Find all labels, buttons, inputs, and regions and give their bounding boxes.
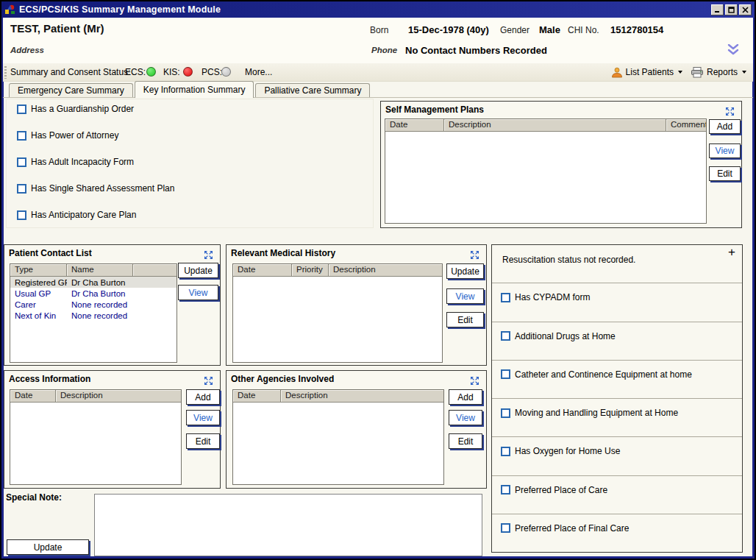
printer-icon: [691, 67, 704, 78]
column-header-date[interactable]: Date: [385, 119, 444, 132]
phone-label: Phone: [371, 46, 397, 54]
column-header-description[interactable]: Description: [56, 390, 181, 403]
other-agencies-panel: Other Agencies Involved Date Description…: [226, 370, 487, 489]
special-note-update-button[interactable]: Update: [7, 539, 89, 555]
pcs-label: PCS:: [202, 67, 222, 77]
guardianship-order-checkbox[interactable]: [17, 104, 26, 114]
self-management-edit-button[interactable]: Edit: [709, 166, 741, 181]
contact-row-next-of-kin[interactable]: Next of Kin None recorded: [10, 310, 176, 321]
adult-incapacity-checkbox[interactable]: [17, 157, 26, 167]
other-agencies-view-button[interactable]: View: [449, 410, 482, 425]
other-agencies-grid[interactable]: Date Description: [232, 389, 444, 485]
panel-title: Patient Contact List: [9, 248, 92, 258]
column-header-date[interactable]: Date: [10, 390, 56, 403]
maximize-button[interactable]: [725, 4, 738, 15]
other-agencies-add-button[interactable]: Add: [449, 389, 482, 405]
access-information-grid[interactable]: Date Description: [10, 389, 182, 485]
guardianship-order-row: Has a Guardianship Order: [17, 104, 134, 114]
column-header-comments[interactable]: Comments: [666, 119, 706, 132]
expand-panel-icon[interactable]: [725, 106, 735, 116]
expand-panel-icon[interactable]: [470, 249, 479, 259]
reports-button[interactable]: Reports: [688, 65, 749, 79]
chi-label: CHI No.: [568, 25, 599, 35]
preferred-place-of-care-section: Preferred Place of Care: [492, 476, 742, 514]
medical-history-update-button[interactable]: Update: [446, 263, 484, 279]
contact-list-grid[interactable]: Type Name Registered GP Dr Cha Burton Us…: [10, 263, 177, 363]
contact-type: Usual GP: [10, 289, 67, 298]
contact-row-registered-gp[interactable]: Registered GP Dr Cha Burton: [10, 277, 176, 288]
person-icon: [611, 67, 623, 78]
self-management-grid[interactable]: Date Description Comments: [385, 118, 707, 224]
expand-panel-icon[interactable]: [470, 375, 479, 385]
contact-name: None recorded: [67, 311, 133, 320]
catheter-continence-row: Catheter and Continence Equipment at hom…: [501, 369, 692, 380]
preferred-place-of-care-checkbox[interactable]: [501, 485, 510, 495]
oxygen-label: Has Oxygen for Home Use: [515, 446, 620, 456]
ecs-status-indicator: [146, 67, 156, 77]
contact-row-carer[interactable]: Carer None recorded: [10, 299, 176, 310]
anticipatory-care-checkbox[interactable]: [17, 210, 26, 220]
power-of-attorney-checkbox[interactable]: [17, 131, 26, 141]
contact-list-view-button[interactable]: View: [178, 285, 218, 300]
access-information-edit-button[interactable]: Edit: [186, 433, 220, 449]
list-patients-button[interactable]: List Patients: [609, 65, 685, 79]
oxygen-section: Has Oxygen for Home Use: [492, 437, 742, 475]
contact-list-update-button[interactable]: Update: [178, 263, 218, 278]
medical-history-grid[interactable]: Date Priority Description: [232, 263, 443, 363]
cypadm-section: Has CYPADM form: [492, 283, 742, 322]
expand-panel-icon[interactable]: [204, 249, 213, 259]
cypadm-checkbox[interactable]: [501, 293, 510, 302]
column-header-description[interactable]: Description: [281, 390, 443, 403]
reports-dropdown-icon: [742, 71, 746, 74]
minimize-button[interactable]: [711, 4, 724, 15]
title-bar[interactable]: ECS/PCS/KIS Summary Management Module: [1, 1, 755, 18]
kis-label: KIS:: [163, 67, 180, 77]
power-of-attorney-row: Has Power of Attorney: [17, 130, 118, 141]
column-header-blank[interactable]: [133, 264, 176, 277]
column-header-date[interactable]: Date: [233, 264, 292, 277]
column-header-description[interactable]: Description: [329, 264, 442, 277]
shared-assessment-checkbox[interactable]: [17, 184, 26, 194]
contact-type: Next of Kin: [10, 311, 67, 320]
more-button[interactable]: More...: [245, 67, 272, 77]
consent-status-label: Summary and Consent Status:: [10, 67, 130, 77]
self-management-view-button[interactable]: View: [709, 143, 741, 158]
medical-history-view-button[interactable]: View: [446, 288, 484, 304]
phone-value: No Contact Numbers Recorded: [405, 45, 547, 56]
patient-contact-list-panel: Patient Contact List Type Name Registere…: [4, 244, 221, 366]
gender-label: Gender: [500, 25, 529, 35]
self-management-add-button[interactable]: Add: [709, 119, 741, 134]
access-information-add-button[interactable]: Add: [186, 389, 220, 405]
patient-name: TEST, Patient (Mr): [10, 22, 104, 35]
other-agencies-edit-button[interactable]: Edit: [449, 433, 482, 449]
column-header-name[interactable]: Name: [67, 264, 133, 277]
resuscitation-expand-button[interactable]: +: [728, 246, 735, 259]
maximize-icon: [728, 7, 735, 13]
expand-header-button[interactable]: [727, 44, 740, 58]
close-button[interactable]: [739, 4, 752, 15]
column-header-type[interactable]: Type: [10, 264, 67, 277]
preferred-place-of-final-care-checkbox[interactable]: [501, 523, 510, 533]
tab-palliative-care-summary[interactable]: Palliative Care Summary: [255, 83, 370, 97]
column-header-date[interactable]: Date: [233, 390, 281, 403]
anticipatory-care-row: Has Anticipatory Care Plan: [17, 210, 136, 220]
tab-key-information-summary[interactable]: Key Information Summary: [135, 81, 254, 98]
app-icon: [4, 4, 16, 15]
panel-title: Relevant Medical History: [231, 248, 335, 258]
application-window: ECS/PCS/KIS Summary Management Module TE…: [0, 0, 756, 560]
special-note-input[interactable]: [94, 494, 482, 556]
catheter-continence-checkbox[interactable]: [501, 369, 510, 379]
oxygen-checkbox[interactable]: [501, 447, 510, 456]
contact-row-usual-gp[interactable]: Usual GP Dr Cha Burton: [10, 288, 176, 299]
column-header-priority[interactable]: Priority: [292, 264, 329, 277]
tab-emergency-care-summary[interactable]: Emergency Care Summary: [9, 83, 133, 97]
expand-panel-icon[interactable]: [204, 375, 213, 385]
access-information-view-button[interactable]: View: [186, 410, 220, 425]
column-header-description[interactable]: Description: [444, 119, 666, 132]
additional-drugs-checkbox[interactable]: [501, 331, 510, 341]
toolbar-grip[interactable]: [4, 66, 7, 79]
moving-handling-checkbox[interactable]: [501, 408, 510, 418]
catheter-continence-section: Catheter and Continence Equipment at hom…: [492, 361, 742, 399]
list-patients-dropdown-icon: [678, 71, 682, 74]
medical-history-edit-button[interactable]: Edit: [446, 312, 484, 327]
